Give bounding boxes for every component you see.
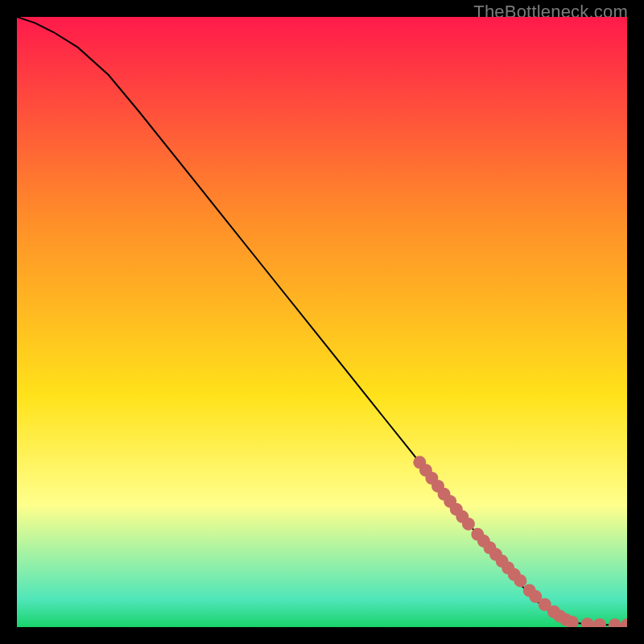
marker-dot: [514, 574, 526, 587]
plot-area: [17, 17, 627, 627]
gradient-background: [17, 17, 627, 627]
plot-svg: [17, 17, 627, 627]
marker-dot: [462, 518, 475, 530]
chart-stage: TheBottleneck.com: [0, 0, 644, 644]
